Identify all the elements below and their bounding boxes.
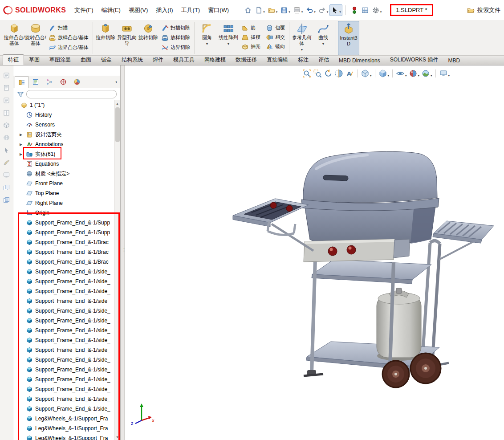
configurationmanager-tab[interactable] xyxy=(42,76,56,88)
mirror-button[interactable]: 镜向 xyxy=(264,42,287,51)
solid-body-item[interactable]: Support_Frame_End_&-1/Brac xyxy=(13,237,114,247)
swept-cut-button[interactable]: 扫描切除 xyxy=(159,23,192,33)
side-toolbar-button-3[interactable] xyxy=(2,96,12,104)
tree-item-sensors[interactable]: Sensors xyxy=(13,120,114,130)
scroll-up-icon[interactable]: ▲ xyxy=(114,100,121,106)
curves-button[interactable]: 曲线 ▼ xyxy=(313,21,334,55)
tree-item-solid-bodies[interactable]: ▶ 实体(61) xyxy=(13,149,114,159)
menu-tools[interactable]: 工具(T) xyxy=(177,4,204,16)
solid-body-item[interactable]: Leg&Wheels_&-1/Support_Fra xyxy=(13,414,114,424)
document-title[interactable]: 1.SLDPRT * xyxy=(390,4,433,16)
hole-wizard-button[interactable]: 异型孔向导 xyxy=(116,21,138,55)
solid-body-item[interactable]: Support_Frame_End_&-1/side_ xyxy=(13,296,114,306)
report-table-button[interactable] xyxy=(360,4,370,16)
tree-scrollbar[interactable]: ▲ ▼ xyxy=(114,100,120,440)
solid-body-item[interactable]: Support_Frame_End_&-1/side_ xyxy=(13,316,114,326)
tree-item-top-plane[interactable]: Top Plane xyxy=(13,188,114,198)
home-button[interactable] xyxy=(243,4,253,16)
tree-item-right-plane[interactable]: Right Plane xyxy=(13,198,114,208)
instant3d-button[interactable]: Instant3D xyxy=(338,21,359,55)
displaymanager-tab[interactable] xyxy=(70,76,84,88)
side-toolbar-button-11[interactable] xyxy=(2,196,12,204)
lofted-boss-button[interactable]: 放样凸台/基体 xyxy=(46,33,91,42)
open-button[interactable]: ▾ xyxy=(266,4,279,16)
tab-mesh-modeling[interactable]: 网格建模 xyxy=(199,55,231,65)
tab-weldments[interactable]: 焊件 xyxy=(148,55,168,65)
solid-body-item[interactable]: Support_Frame_End_&-1/side_ xyxy=(13,384,114,394)
expand-arrow-icon[interactable]: ▶ xyxy=(20,152,25,156)
tab-sketch-ink[interactable]: 草图涂墨 xyxy=(45,55,76,65)
options-button[interactable]: ▾ xyxy=(370,4,383,16)
solid-body-item[interactable]: Support_Frame_End_&-1/side_ xyxy=(13,326,114,335)
tab-sketch[interactable]: 草图 xyxy=(24,55,45,65)
boundary-boss-button[interactable]: 边界凸台/基体 xyxy=(46,43,91,52)
expand-arrow-icon[interactable]: ▶ xyxy=(20,133,25,137)
solid-body-item[interactable]: Support_Frame_End_&-1/side_ xyxy=(13,335,114,345)
solid-body-item[interactable]: Support_Frame_End_&-1/Supp xyxy=(13,218,114,228)
tab-direct-editing[interactable]: 直接编辑 xyxy=(262,55,293,65)
scroll-down-icon[interactable]: ▼ xyxy=(114,434,121,440)
select-tool-button[interactable]: ▾ xyxy=(329,4,342,16)
tab-data-migration[interactable]: 数据迁移 xyxy=(231,55,262,65)
side-toolbar-button-6[interactable] xyxy=(2,133,12,142)
solid-body-item[interactable]: Support_Frame_End_&-1/Supp xyxy=(13,228,114,237)
side-toolbar-button-9[interactable] xyxy=(2,171,12,179)
tab-structure-system[interactable]: 结构系统 xyxy=(117,55,148,65)
extruded-cut-button[interactable]: 拉伸切除 xyxy=(95,21,116,55)
tree-item-equations[interactable]: Σ Equations xyxy=(13,159,114,169)
tree-item-material[interactable]: 材质 <未指定> xyxy=(13,169,114,179)
side-toolbar-button-2[interactable] xyxy=(2,83,12,92)
tab-sheet-metal[interactable]: 钣金 xyxy=(96,55,117,65)
swept-boss-button[interactable]: 扫描 xyxy=(46,23,91,33)
tree-item-history[interactable]: History xyxy=(13,110,114,120)
graphics-area[interactable]: A ▾ ▾ ▾ ▾ ▾ ▾ xyxy=(125,65,504,440)
rib-button[interactable]: 筋 xyxy=(239,23,263,33)
menu-edit[interactable]: 编辑(E) xyxy=(98,4,125,16)
new-document-button[interactable]: ▾ xyxy=(253,4,266,16)
tree-item-root[interactable]: 1 ("1") xyxy=(13,100,114,110)
solid-body-item[interactable]: Support_Frame_End_&-1/side_ xyxy=(13,355,114,365)
propertymanager-tab[interactable] xyxy=(28,76,42,88)
intersect-button[interactable]: 相交 xyxy=(264,33,287,42)
solid-body-item[interactable]: Support_Frame_End_&-1/side_ xyxy=(13,277,114,286)
side-toolbar-button-5[interactable] xyxy=(2,121,12,129)
grill-3d-model[interactable] xyxy=(125,65,504,440)
menu-file[interactable]: 文件(F) xyxy=(70,4,98,16)
solid-body-item[interactable]: Support_Frame_End_&-1/side_ xyxy=(13,286,114,296)
boundary-cut-button[interactable]: 边界切除 xyxy=(159,43,192,52)
linear-pattern-button[interactable]: 线性阵列 ▼ xyxy=(218,21,239,55)
menu-insert[interactable]: 插入(I) xyxy=(152,4,177,16)
solid-body-item[interactable]: Support_Frame_End_&-1/side_ xyxy=(13,267,114,277)
menu-view[interactable]: 视图(V) xyxy=(125,4,152,16)
scrollbar-thumb[interactable] xyxy=(115,107,120,142)
solid-body-item[interactable]: Support_Frame_End_&-1/side_ xyxy=(13,365,114,375)
solid-body-item[interactable]: Support_Frame_End_&-1/side_ xyxy=(13,404,114,414)
solid-body-item[interactable]: Support_Frame_End_&-1/Brac xyxy=(13,247,114,257)
revolved-cut-button[interactable]: 旋转切除 xyxy=(138,21,159,55)
side-toolbar-button-10[interactable] xyxy=(2,183,12,191)
shell-button[interactable]: 抽壳 xyxy=(239,42,263,51)
reference-geometry-button[interactable]: 参考几何体 ▼ xyxy=(291,21,313,55)
save-button[interactable]: ▾ xyxy=(279,4,292,16)
filter-input[interactable] xyxy=(26,90,117,98)
tab-evaluate[interactable]: 评估 xyxy=(313,55,334,65)
dimxpertmanager-tab[interactable] xyxy=(56,76,70,88)
solid-body-item[interactable]: Support_Frame_End_&-1/side_ xyxy=(13,375,114,384)
status-indicator-button[interactable] xyxy=(349,4,360,16)
extruded-boss-button[interactable]: 拉伸凸台/基体 xyxy=(4,21,25,55)
fillet-button[interactable]: 圆角 ▼ xyxy=(196,21,218,55)
redo-button[interactable]: ▾ xyxy=(317,4,330,16)
solid-body-item[interactable]: Support_Frame_End_&-1/side_ xyxy=(13,345,114,355)
solid-body-item[interactable]: Support_Frame_End_&-1/Brac xyxy=(13,257,114,267)
tab-mbd[interactable]: MBD xyxy=(443,56,465,65)
side-toolbar-button-7[interactable] xyxy=(2,146,12,154)
draft-button[interactable]: 拔模 xyxy=(239,33,263,42)
tab-surfaces[interactable]: 曲面 xyxy=(76,55,96,65)
tree-item-design-binder[interactable]: ▶ 设计活页夹 xyxy=(13,130,114,139)
print-button[interactable]: ▾ xyxy=(292,4,305,16)
wrap-button[interactable]: 包覆 xyxy=(264,23,287,33)
solid-body-item[interactable]: Leg&Wheels_&-1/Support_Fra xyxy=(13,424,114,433)
tree-item-front-plane[interactable]: Front Plane xyxy=(13,179,114,188)
featuremanager-tab[interactable] xyxy=(15,76,28,88)
tab-markup[interactable]: 标注 xyxy=(293,55,313,65)
